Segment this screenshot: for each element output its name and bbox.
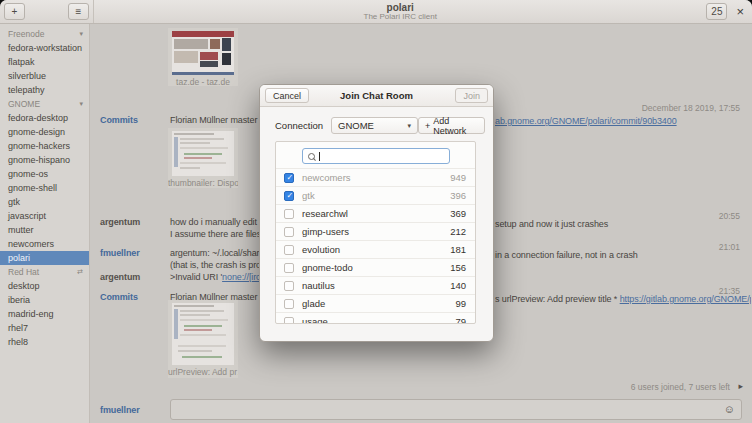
- room-row[interactable]: gtk 396: [276, 186, 475, 204]
- sidebar-room-label: telepathy: [8, 85, 45, 95]
- add-room-button[interactable]: +: [4, 3, 25, 20]
- sidebar-room-item[interactable]: newcomers: [0, 237, 89, 251]
- message-nick[interactable]: fmuellner: [100, 248, 140, 258]
- section-trailing-icon[interactable]: ⇄: [77, 268, 83, 276]
- decor: [210, 39, 220, 49]
- sidebar-room-label: desktop: [8, 281, 40, 291]
- room-checkbox[interactable]: [284, 299, 294, 309]
- sidebar-room-item[interactable]: flatpak: [0, 55, 89, 69]
- room-search-input[interactable]: [302, 148, 450, 164]
- join-button[interactable]: Join: [455, 88, 488, 103]
- connection-value: GNOME: [338, 120, 374, 131]
- connection-label: Connection: [275, 120, 323, 131]
- room-row[interactable]: evolution 181: [276, 240, 475, 258]
- sidebar-room-label: gtk: [8, 197, 20, 207]
- emoji-picker-icon[interactable]: ☺: [724, 404, 735, 415]
- room-user-count: 369: [450, 208, 466, 219]
- sidebar-room-item[interactable]: mutter: [0, 223, 89, 237]
- close-button[interactable]: ×: [736, 5, 744, 18]
- room-row[interactable]: newcomers 949: [276, 168, 475, 186]
- sidebar-room-item[interactable]: fedora-desktop: [0, 111, 89, 125]
- room-checkbox[interactable]: [284, 245, 294, 255]
- room-name: nautilus: [302, 280, 442, 291]
- decor: [180, 334, 226, 336]
- user-list-button[interactable]: 25: [706, 3, 727, 20]
- sidebar-room-item[interactable]: iberia: [0, 293, 89, 307]
- add-network-button[interactable]: + Add Network: [418, 117, 485, 134]
- message-nick[interactable]: Commits: [100, 115, 138, 125]
- section-trailing-icon[interactable]: ▾: [79, 100, 83, 108]
- section-room-list: fedora-workstation flatpak silverblue te…: [0, 41, 89, 97]
- message-nick[interactable]: Commits: [100, 292, 138, 302]
- decor: [184, 325, 222, 327]
- room-row[interactable]: nautilus 140: [276, 276, 475, 294]
- sidebar-room-item[interactable]: gnome-shell: [0, 181, 89, 195]
- room-checkbox[interactable]: [284, 263, 294, 273]
- menu-button[interactable]: ≡: [68, 3, 89, 20]
- chevron-down-icon: ▾: [407, 122, 411, 130]
- room-row[interactable]: gnome-todo 156: [276, 258, 475, 276]
- room-user-count: 396: [450, 190, 466, 201]
- expander-arrow-icon[interactable]: ▸: [739, 381, 743, 391]
- decor: [178, 350, 212, 352]
- sidebar-room-label: mutter: [8, 225, 34, 235]
- sidebar-room-item[interactable]: gnome-hispano: [0, 153, 89, 167]
- room-rows: newcomers 949 gtk 396 researchwl 369: [276, 168, 475, 324]
- sidebar-room-label: gnome-shell: [8, 183, 57, 193]
- sidebar-room-item[interactable]: gtk: [0, 195, 89, 209]
- sidebar-section-header[interactable]: GNOME ▾: [0, 97, 89, 111]
- sidebar-room-item[interactable]: gnome-os: [0, 167, 89, 181]
- section-room-list: fedora-desktop gnome-design gnome-hacker…: [0, 111, 89, 265]
- link-preview-commit-1[interactable]: thumbnailer: Dispo…: [168, 128, 238, 188]
- decor: [174, 39, 208, 49]
- room-checkbox[interactable]: [284, 227, 294, 237]
- join-leave-status: 6 users joined, 7 users left: [631, 382, 730, 392]
- message-input[interactable]: ☺: [170, 399, 742, 420]
- own-nick[interactable]: fmuellner: [100, 405, 140, 415]
- link-preview-commit-2[interactable]: urlPreview: Add pr…: [168, 300, 238, 378]
- message-nick[interactable]: argentum: [100, 217, 140, 227]
- sidebar-room-label: gnome-hispano: [8, 155, 70, 165]
- room-name: glade: [302, 298, 447, 309]
- commit-link[interactable]: ab.gnome.org/GNOME/polari/commit/90b3400: [495, 116, 677, 126]
- room-row[interactable]: glade 99: [276, 294, 475, 312]
- sidebar-room-item[interactable]: fedora-workstation: [0, 41, 89, 55]
- sidebar-room-item[interactable]: madrid-eng: [0, 307, 89, 321]
- connection-dropdown[interactable]: GNOME ▾: [331, 117, 418, 134]
- sidebar-room-item[interactable]: polari: [0, 251, 89, 265]
- room-checkbox[interactable]: [284, 173, 294, 183]
- message-nick[interactable]: argentum: [100, 272, 140, 282]
- decor: [172, 72, 234, 75]
- sidebar-section-header[interactable]: Freenode ▾: [0, 27, 89, 41]
- join-chat-room-dialog: Join Chat Room Cancel Join Connection GN…: [259, 84, 494, 342]
- room-checkbox[interactable]: [284, 209, 294, 219]
- sidebar-room-item[interactable]: silverblue: [0, 69, 89, 83]
- cancel-button[interactable]: Cancel: [265, 88, 309, 103]
- room-row[interactable]: gimp-users 212: [276, 222, 475, 240]
- decor: [180, 147, 228, 149]
- sidebar-section-header[interactable]: Red Hat ⇄: [0, 265, 89, 279]
- sidebar-room-item[interactable]: javascript: [0, 209, 89, 223]
- sidebar-room-item[interactable]: gnome-hackers: [0, 139, 89, 153]
- sidebar-section: Freenode ▾ fedora-workstation flatpak: [0, 27, 89, 97]
- room-row[interactable]: usage 79: [276, 312, 475, 324]
- sidebar-room-label: fedora-workstation: [8, 43, 82, 53]
- gitlab-link[interactable]: https://gitlab.gnome.org/GNOME/polari/-: [620, 294, 751, 304]
- room-name: evolution: [302, 244, 442, 255]
- room-listbox: newcomers 949 gtk 396 researchwl 369: [275, 141, 476, 324]
- room-row[interactable]: researchwl 369: [276, 204, 475, 222]
- decor: [180, 314, 210, 316]
- room-checkbox[interactable]: [284, 191, 294, 201]
- sidebar-room-item[interactable]: gnome-design: [0, 125, 89, 139]
- section-trailing-icon[interactable]: ▾: [79, 30, 83, 38]
- text-cursor: [319, 152, 320, 161]
- sidebar-room-item[interactable]: rhel8: [0, 335, 89, 349]
- link-preview-taz[interactable]: taz.de - taz.de: [168, 28, 238, 86]
- taz-thumbnail-image: [172, 31, 234, 75]
- sidebar-room-item[interactable]: rhel7: [0, 321, 89, 335]
- room-checkbox[interactable]: [284, 317, 294, 325]
- sidebar-room-item[interactable]: desktop: [0, 279, 89, 293]
- sidebar-room-item[interactable]: telepathy: [0, 83, 89, 97]
- room-checkbox[interactable]: [284, 281, 294, 291]
- preview-caption: thumbnailer: Dispo…: [168, 178, 238, 188]
